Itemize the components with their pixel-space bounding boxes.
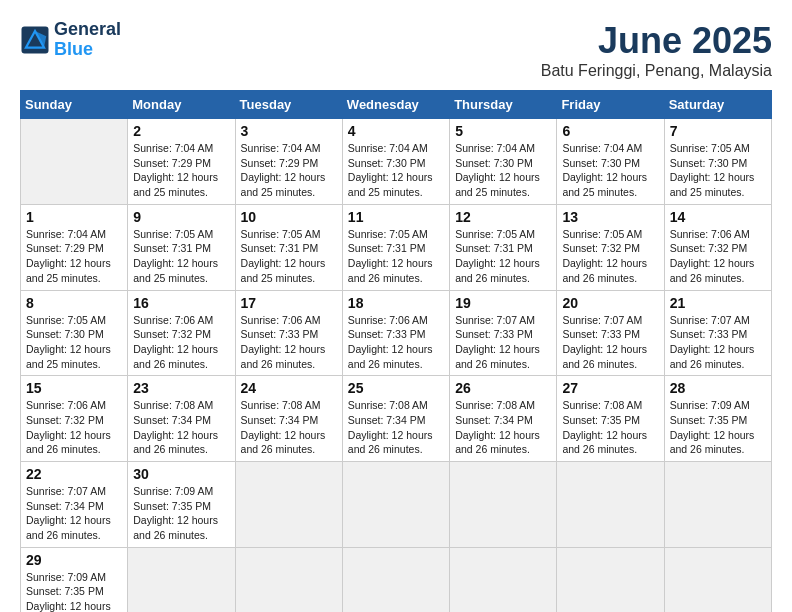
- day-number: 18: [348, 295, 444, 311]
- location-title: Batu Feringgi, Penang, Malaysia: [541, 62, 772, 80]
- day-info: Sunrise: 7:08 AMSunset: 7:34 PMDaylight:…: [241, 398, 337, 457]
- calendar-day-cell: 26Sunrise: 7:08 AMSunset: 7:34 PMDayligh…: [450, 376, 557, 462]
- calendar-day-cell: 22Sunrise: 7:07 AMSunset: 7:34 PMDayligh…: [21, 462, 128, 548]
- day-number: 25: [348, 380, 444, 396]
- calendar-day-cell: 6Sunrise: 7:04 AMSunset: 7:30 PMDaylight…: [557, 119, 664, 205]
- calendar-day-cell: [664, 547, 771, 612]
- day-number: 23: [133, 380, 229, 396]
- calendar-day-cell: 25Sunrise: 7:08 AMSunset: 7:34 PMDayligh…: [342, 376, 449, 462]
- calendar-day-cell: 29Sunrise: 7:09 AMSunset: 7:35 PMDayligh…: [21, 547, 128, 612]
- day-info: Sunrise: 7:07 AMSunset: 7:33 PMDaylight:…: [455, 313, 551, 372]
- calendar-day-cell: [557, 462, 664, 548]
- calendar-day-cell: 4Sunrise: 7:04 AMSunset: 7:30 PMDaylight…: [342, 119, 449, 205]
- calendar-day-cell: 23Sunrise: 7:08 AMSunset: 7:34 PMDayligh…: [128, 376, 235, 462]
- day-info: Sunrise: 7:08 AMSunset: 7:34 PMDaylight:…: [133, 398, 229, 457]
- calendar-day-cell: 12Sunrise: 7:05 AMSunset: 7:31 PMDayligh…: [450, 204, 557, 290]
- day-number: 22: [26, 466, 122, 482]
- calendar-day-cell: 27Sunrise: 7:08 AMSunset: 7:35 PMDayligh…: [557, 376, 664, 462]
- calendar-day-cell: 3Sunrise: 7:04 AMSunset: 7:29 PMDaylight…: [235, 119, 342, 205]
- day-info: Sunrise: 7:08 AMSunset: 7:35 PMDaylight:…: [562, 398, 658, 457]
- weekday-header: Friday: [557, 91, 664, 119]
- calendar-day-cell: 8Sunrise: 7:05 AMSunset: 7:30 PMDaylight…: [21, 290, 128, 376]
- day-number: 27: [562, 380, 658, 396]
- calendar-day-cell: 20Sunrise: 7:07 AMSunset: 7:33 PMDayligh…: [557, 290, 664, 376]
- day-info: Sunrise: 7:05 AMSunset: 7:30 PMDaylight:…: [670, 141, 766, 200]
- calendar-header-row: SundayMondayTuesdayWednesdayThursdayFrid…: [21, 91, 772, 119]
- calendar-week-row: 2Sunrise: 7:04 AMSunset: 7:29 PMDaylight…: [21, 119, 772, 205]
- day-number: 12: [455, 209, 551, 225]
- calendar-day-cell: [21, 119, 128, 205]
- day-info: Sunrise: 7:05 AMSunset: 7:31 PMDaylight:…: [348, 227, 444, 286]
- calendar-day-cell: 18Sunrise: 7:06 AMSunset: 7:33 PMDayligh…: [342, 290, 449, 376]
- weekday-header: Saturday: [664, 91, 771, 119]
- day-number: 14: [670, 209, 766, 225]
- calendar-week-row: 1Sunrise: 7:04 AMSunset: 7:29 PMDaylight…: [21, 204, 772, 290]
- day-number: 19: [455, 295, 551, 311]
- day-number: 30: [133, 466, 229, 482]
- day-number: 2: [133, 123, 229, 139]
- day-number: 10: [241, 209, 337, 225]
- calendar-day-cell: 9Sunrise: 7:05 AMSunset: 7:31 PMDaylight…: [128, 204, 235, 290]
- day-info: Sunrise: 7:04 AMSunset: 7:30 PMDaylight:…: [562, 141, 658, 200]
- day-info: Sunrise: 7:05 AMSunset: 7:31 PMDaylight:…: [241, 227, 337, 286]
- day-number: 24: [241, 380, 337, 396]
- calendar-day-cell: 30Sunrise: 7:09 AMSunset: 7:35 PMDayligh…: [128, 462, 235, 548]
- day-number: 5: [455, 123, 551, 139]
- day-info: Sunrise: 7:09 AMSunset: 7:35 PMDaylight:…: [670, 398, 766, 457]
- calendar-day-cell: [450, 462, 557, 548]
- calendar-day-cell: 14Sunrise: 7:06 AMSunset: 7:32 PMDayligh…: [664, 204, 771, 290]
- day-number: 29: [26, 552, 122, 568]
- day-number: 17: [241, 295, 337, 311]
- day-info: Sunrise: 7:06 AMSunset: 7:33 PMDaylight:…: [348, 313, 444, 372]
- calendar-week-row: 15Sunrise: 7:06 AMSunset: 7:32 PMDayligh…: [21, 376, 772, 462]
- day-info: Sunrise: 7:06 AMSunset: 7:32 PMDaylight:…: [670, 227, 766, 286]
- day-info: Sunrise: 7:04 AMSunset: 7:29 PMDaylight:…: [26, 227, 122, 286]
- calendar-day-cell: [128, 547, 235, 612]
- weekday-header: Tuesday: [235, 91, 342, 119]
- calendar-day-cell: [342, 547, 449, 612]
- calendar-week-row: 29Sunrise: 7:09 AMSunset: 7:35 PMDayligh…: [21, 547, 772, 612]
- calendar-day-cell: [557, 547, 664, 612]
- day-info: Sunrise: 7:06 AMSunset: 7:32 PMDaylight:…: [26, 398, 122, 457]
- calendar-day-cell: 7Sunrise: 7:05 AMSunset: 7:30 PMDaylight…: [664, 119, 771, 205]
- calendar-day-cell: [450, 547, 557, 612]
- logo-line1: General: [54, 19, 121, 39]
- day-info: Sunrise: 7:04 AMSunset: 7:30 PMDaylight:…: [348, 141, 444, 200]
- day-number: 6: [562, 123, 658, 139]
- logo-icon: [20, 25, 50, 55]
- day-info: Sunrise: 7:06 AMSunset: 7:33 PMDaylight:…: [241, 313, 337, 372]
- day-info: Sunrise: 7:09 AMSunset: 7:35 PMDaylight:…: [133, 484, 229, 543]
- logo-line2: Blue: [54, 39, 93, 59]
- calendar-day-cell: 28Sunrise: 7:09 AMSunset: 7:35 PMDayligh…: [664, 376, 771, 462]
- calendar-day-cell: 10Sunrise: 7:05 AMSunset: 7:31 PMDayligh…: [235, 204, 342, 290]
- day-info: Sunrise: 7:05 AMSunset: 7:31 PMDaylight:…: [455, 227, 551, 286]
- calendar-week-row: 8Sunrise: 7:05 AMSunset: 7:30 PMDaylight…: [21, 290, 772, 376]
- day-info: Sunrise: 7:07 AMSunset: 7:33 PMDaylight:…: [670, 313, 766, 372]
- calendar-day-cell: 21Sunrise: 7:07 AMSunset: 7:33 PMDayligh…: [664, 290, 771, 376]
- weekday-header: Monday: [128, 91, 235, 119]
- calendar-day-cell: 5Sunrise: 7:04 AMSunset: 7:30 PMDaylight…: [450, 119, 557, 205]
- calendar-day-cell: [235, 547, 342, 612]
- day-info: Sunrise: 7:04 AMSunset: 7:30 PMDaylight:…: [455, 141, 551, 200]
- day-number: 28: [670, 380, 766, 396]
- day-number: 4: [348, 123, 444, 139]
- calendar-day-cell: [342, 462, 449, 548]
- day-info: Sunrise: 7:08 AMSunset: 7:34 PMDaylight:…: [348, 398, 444, 457]
- day-number: 8: [26, 295, 122, 311]
- calendar-day-cell: 24Sunrise: 7:08 AMSunset: 7:34 PMDayligh…: [235, 376, 342, 462]
- month-title: June 2025: [541, 20, 772, 62]
- calendar-day-cell: [235, 462, 342, 548]
- day-info: Sunrise: 7:07 AMSunset: 7:34 PMDaylight:…: [26, 484, 122, 543]
- day-info: Sunrise: 7:08 AMSunset: 7:34 PMDaylight:…: [455, 398, 551, 457]
- day-number: 13: [562, 209, 658, 225]
- title-area: June 2025 Batu Feringgi, Penang, Malaysi…: [541, 20, 772, 80]
- day-number: 21: [670, 295, 766, 311]
- day-info: Sunrise: 7:09 AMSunset: 7:35 PMDaylight:…: [26, 570, 122, 612]
- day-number: 9: [133, 209, 229, 225]
- day-number: 3: [241, 123, 337, 139]
- day-number: 11: [348, 209, 444, 225]
- logo: General Blue: [20, 20, 121, 60]
- calendar-table: SundayMondayTuesdayWednesdayThursdayFrid…: [20, 90, 772, 612]
- calendar-day-cell: 11Sunrise: 7:05 AMSunset: 7:31 PMDayligh…: [342, 204, 449, 290]
- logo-text: General Blue: [54, 20, 121, 60]
